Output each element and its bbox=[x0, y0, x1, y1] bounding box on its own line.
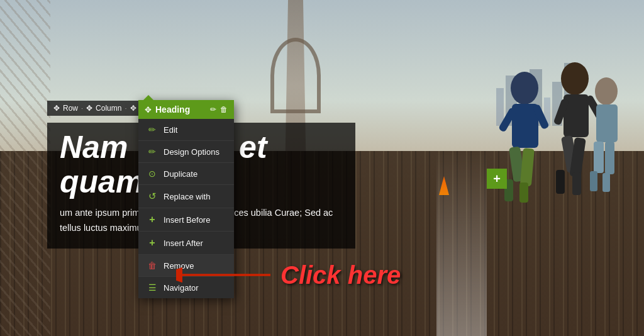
replace-with-label: Replace with bbox=[164, 192, 210, 201]
context-menu-header: ✥ Heading ✏ 🗑 bbox=[138, 100, 234, 119]
click-here-text: Click here bbox=[280, 261, 401, 289]
duplicate-icon: ⊙ bbox=[147, 169, 157, 179]
svg-point-16 bbox=[595, 77, 618, 105]
toolbar-dot-1: · bbox=[81, 104, 83, 112]
navigator-icon: ☰ bbox=[147, 283, 157, 293]
svg-rect-3 bbox=[520, 148, 535, 186]
svg-point-0 bbox=[511, 72, 538, 104]
menu-item-insert-before[interactable]: + Insert Before bbox=[138, 208, 234, 232]
menu-pointer bbox=[143, 95, 153, 100]
header-title: Heading bbox=[155, 104, 206, 115]
arrow-icon bbox=[176, 259, 277, 291]
toolbar-row[interactable]: Row bbox=[63, 104, 78, 113]
move-icon-3: ✥ bbox=[130, 104, 136, 113]
runners-svg bbox=[418, 31, 619, 302]
plus-icon: + bbox=[493, 172, 501, 186]
svg-rect-18 bbox=[594, 142, 604, 173]
svg-rect-17 bbox=[596, 104, 618, 142]
toolbar-column[interactable]: Column bbox=[96, 104, 121, 113]
insert-after-label: Insert After bbox=[164, 238, 203, 248]
svg-rect-19 bbox=[605, 142, 614, 174]
svg-rect-5 bbox=[519, 182, 528, 203]
svg-rect-12 bbox=[556, 170, 565, 194]
menu-item-edit[interactable]: ✏ Edit bbox=[138, 119, 234, 141]
header-edit-icon[interactable]: ✏ bbox=[210, 105, 216, 114]
insert-before-icon: + bbox=[147, 214, 157, 225]
bridge-arch bbox=[270, 38, 321, 113]
insert-after-icon: + bbox=[147, 237, 157, 249]
move-icon: ✥ bbox=[53, 104, 60, 113]
menu-item-design-options[interactable]: ✏ Design Options bbox=[138, 141, 234, 163]
svg-rect-13 bbox=[572, 172, 581, 195]
add-element-button[interactable]: + bbox=[487, 169, 507, 189]
remove-icon: 🗑 bbox=[147, 260, 157, 271]
toolbar-dot-2: · bbox=[125, 104, 126, 112]
insert-before-label: Insert Before bbox=[164, 215, 210, 225]
menu-item-duplicate[interactable]: ⊙ Duplicate bbox=[138, 163, 234, 185]
move-icon-2: ✥ bbox=[86, 104, 92, 113]
svg-rect-20 bbox=[590, 171, 597, 191]
design-options-icon: ✏ bbox=[147, 147, 157, 157]
svg-rect-21 bbox=[602, 173, 610, 192]
edit-icon: ✏ bbox=[147, 125, 157, 135]
replace-with-icon: ↺ bbox=[147, 191, 157, 202]
bridge-railing-left bbox=[0, 0, 50, 336]
header-trash-icon[interactable]: 🗑 bbox=[220, 105, 228, 114]
annotation-container: Click here bbox=[176, 259, 401, 291]
svg-point-8 bbox=[561, 62, 589, 95]
header-grid-icon: ✥ bbox=[145, 105, 152, 115]
menu-item-insert-after[interactable]: + Insert After bbox=[138, 232, 234, 255]
edit-label: Edit bbox=[164, 125, 177, 135]
design-options-label: Design Options bbox=[164, 147, 219, 157]
duplicate-label: Duplicate bbox=[164, 169, 197, 179]
menu-item-replace-with[interactable]: ↺ Replace with bbox=[138, 185, 234, 208]
